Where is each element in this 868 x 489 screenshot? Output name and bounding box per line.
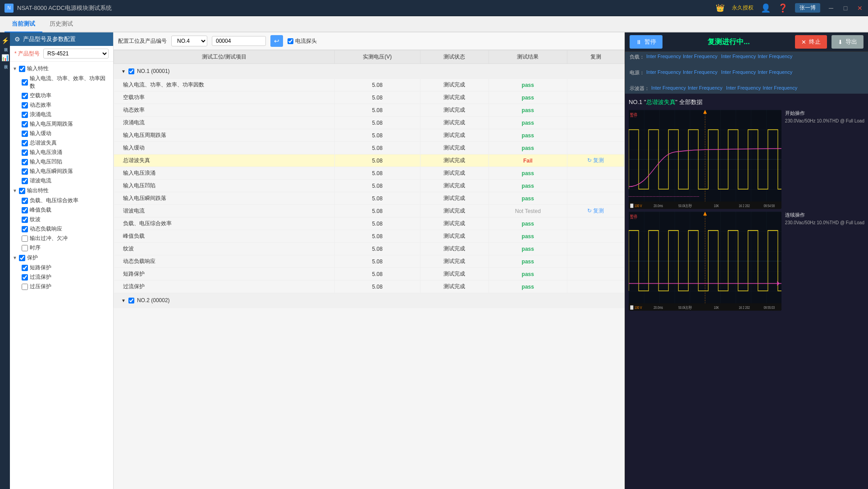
tree-child-slow-start[interactable]: 输入缓动 [19,129,113,138]
tree-child-dynamic-eff[interactable]: 动态效率 [19,100,113,110]
tree-child-sequence[interactable]: 时序 [19,243,113,253]
item-retest [567,104,624,117]
tree-child-thd[interactable]: 总谐波失真 [19,138,113,148]
tree-child-peak-load[interactable]: 峰值负载 [19,205,113,215]
item-result: pass [489,255,567,268]
cb-surge[interactable] [22,112,28,118]
export-button[interactable]: ⬇ 导出 [831,35,863,49]
osc-waveform-1: 暂停 ⬜ 100 V 20.0ms 50.0k次/秒 10K 16 2 202 … [629,110,781,209]
tab-bar: 当前测试 历史测试 [0,16,868,32]
retest-button[interactable]: ↻ 复测 [587,157,604,164]
item-retest [567,180,624,192]
power-link-4[interactable]: Inter Frequency [758,69,792,76]
checkbox-output-char[interactable] [19,188,25,194]
cb-sequence[interactable] [22,245,28,251]
refresh-button[interactable]: ↩ [270,35,283,47]
tree-child-voltage-drop[interactable]: 输入电压周期跌落 [19,119,113,129]
title-bar-left: N NSAT-8000 ACDC电源模块测试系统 [5,4,112,13]
cb-output-overshoot[interactable] [22,235,28,242]
tree-node-protection[interactable]: ▼ 保护 [10,253,113,263]
tree-child-dynamic-load[interactable]: 动态负载响应 [19,224,113,234]
pause-button[interactable]: ⏸ 暂停 [630,35,662,49]
stop-button[interactable]: ✕ 终止 [795,35,827,49]
user-button[interactable]: 张一博 [795,3,820,13]
power-link-2[interactable]: Inter Frequency [683,69,717,76]
cb-slow-start[interactable] [22,131,28,137]
cb-dynamic-load[interactable] [22,226,28,232]
tab-current-test[interactable]: 当前测试 [5,16,42,32]
cb-ripple[interactable] [22,217,28,223]
minimize-button[interactable]: ─ [827,5,835,12]
scope-link-4[interactable]: Inter Frequency [763,85,797,92]
table-row: 输入电流、功率、效率、功率因数 5.08 测试完成 pass [114,79,625,91]
item-status: 测试完成 [420,117,489,129]
svg-rect-22 [629,303,781,311]
tree-child-voltage-dip[interactable]: 输入电压凹陷 [19,157,113,167]
product-code-input[interactable] [212,36,266,46]
current-probe-checkbox[interactable] [288,38,293,44]
tree-child-load-volt[interactable]: 负载、电压综合效率 [19,196,113,205]
osc-card-1: 暂停 ⬜ 100 V 20.0ms 50.0k次/秒 10K 16 2 202 … [629,110,781,209]
tree-node-output-char[interactable]: ▼ 输出特性 [10,186,113,196]
tree-child-harmonic[interactable]: 谐波电流 [19,176,113,186]
close-button[interactable]: ✕ [856,5,863,12]
checkbox-input-char[interactable] [19,66,25,72]
instrument-icon: 📊 [1,54,9,61]
group-expand-no1[interactable]: ▼ [121,69,126,74]
tree-child-no-load[interactable]: 空载功率 [19,91,113,100]
power-link-3[interactable]: Inter Frequency [721,69,756,76]
cb-voltage-dip[interactable] [22,159,28,165]
cb-voltage-surge[interactable] [22,149,28,156]
cb-no-load[interactable] [22,93,28,99]
product-select[interactable]: RS-4521 [43,49,109,59]
checkbox-protection[interactable] [19,255,25,261]
table-row: 浪涌电流 5.08 测试完成 pass [114,117,625,129]
cb-peak-load[interactable] [22,207,28,213]
tree-toggle-protection[interactable]: ▼ [13,255,19,260]
sidebar-item-test[interactable]: ⚡ 测试项目 [1,37,9,45]
cb-voltage-drop[interactable] [22,121,28,127]
osc-waveform-2: 暂停 ⬜ 100 V 20.0ms 50.0k次/秒 10K 16 2 202 … [629,212,781,311]
scope-link-2[interactable]: Inter Frequency [688,85,722,92]
maximize-button[interactable]: □ [842,5,849,12]
tab-history-test[interactable]: 历史测试 [42,16,80,32]
scope-link-3[interactable]: Inter Frequency [726,85,761,92]
power-label: 电源： [630,69,644,76]
sidebar-item-instrument[interactable]: 📊 测试仪器 [1,54,9,62]
cb-overcurrent[interactable] [22,274,28,281]
cb-short-circuit[interactable] [22,265,28,271]
cb-dynamic-eff[interactable] [22,102,28,109]
group-expand-no2[interactable]: ▼ [121,298,126,303]
tree-child-overcurrent[interactable]: 过流保护 [19,272,113,282]
app-icon: N [5,4,14,13]
load-link-1[interactable]: Inter Frequency [646,54,681,60]
retest-button-harmonic[interactable]: ↻ 复测 [587,207,604,215]
cb-load-volt[interactable] [22,198,28,204]
load-link-4[interactable]: Inter Frequency [758,54,792,60]
tree-toggle-input[interactable]: ▼ [13,66,19,71]
tree-child-short-circuit[interactable]: 短路保护 [19,263,113,272]
load-link-2[interactable]: Inter Frequency [683,54,717,60]
cb-overvoltage[interactable] [22,284,28,290]
tree-child-ripple[interactable]: 纹波 [19,215,113,224]
scope-link-1[interactable]: Inter Frequency [651,85,686,92]
tree-child-input-current[interactable]: 输入电流、功率、效率、功率因数 [19,74,113,91]
tree-toggle-output[interactable]: ▼ [13,188,19,193]
tree-node-input-char[interactable]: ▼ 输入特性 [10,63,113,74]
cb-thd[interactable] [22,140,28,146]
group-checkbox-no2[interactable] [128,298,134,303]
cb-voltage-interrupt[interactable] [22,168,28,175]
load-link-3[interactable]: Inter Frequency [721,54,756,60]
stop-icon: ✕ [801,39,806,45]
cb-input-current[interactable] [22,79,28,86]
cb-harmonic[interactable] [22,178,28,184]
tree-child-surge[interactable]: 浪涌电流 [19,110,113,119]
group-checkbox-no1[interactable] [128,68,134,74]
item-name: 动态负载响应 [114,255,335,268]
tree-child-voltage-interrupt[interactable]: 输入电压瞬间跌落 [19,167,113,176]
station-select[interactable]: NO.4 NO.1 NO.2 NO.3 NO.5 [171,36,207,46]
tree-child-output-overshoot[interactable]: 输出过冲、欠冲 [19,234,113,243]
tree-child-overvoltage[interactable]: 过压保护 [19,282,113,291]
tree-child-voltage-surge[interactable]: 输入电压浪涌 [19,148,113,157]
power-link-1[interactable]: Inter Frequency [646,69,681,76]
